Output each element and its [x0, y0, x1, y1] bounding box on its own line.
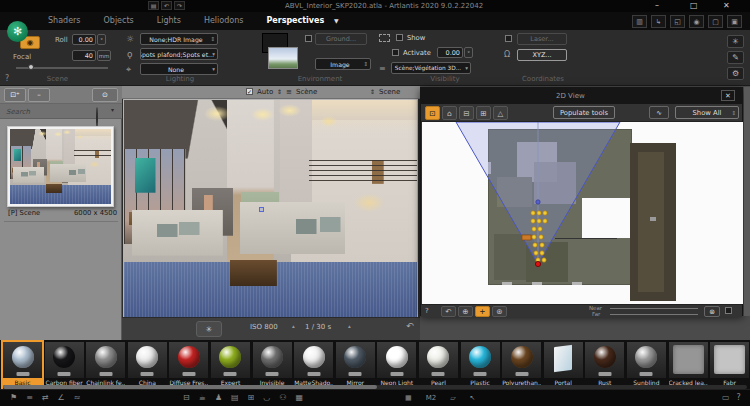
active-camera-name[interactable]: Scene — [379, 88, 400, 96]
ground-button[interactable]: Ground... — [315, 33, 367, 45]
close-button[interactable]: ✕ — [723, 1, 730, 11]
panel-icon[interactable]: ▭ — [722, 392, 730, 404]
drink-icon[interactable]: ☕ — [199, 392, 206, 404]
bowl-icon[interactable]: ◡ — [263, 392, 270, 404]
panel-resize-handle[interactable] — [744, 87, 750, 316]
render-preview[interactable] — [123, 99, 418, 318]
front-view-button[interactable]: ⌂ — [442, 106, 457, 120]
pan-tool-button[interactable]: + — [475, 306, 490, 317]
layer-stepper-icon[interactable]: ⇕ — [277, 88, 282, 95]
menu-item[interactable]: Lights — [157, 16, 181, 25]
undo-icon[interactable]: ↶ — [161, 1, 172, 10]
cursor-icon[interactable]: ↖ — [470, 392, 476, 404]
list-icon[interactable]: ≡ — [26, 392, 33, 404]
shader-item[interactable]: Fabr — [710, 342, 749, 389]
activate-angle-unit[interactable]: ° — [464, 47, 473, 58]
pin-icon[interactable]: ⚑ — [10, 392, 17, 404]
focal-input[interactable]: 40 — [72, 50, 96, 61]
settings-icon[interactable]: ⚙ — [727, 67, 744, 80]
minimize-button[interactable]: – — [655, 1, 659, 11]
layers-dropdown[interactable]: Scène;Végétation 3D... ▾ — [391, 62, 471, 74]
laser-button[interactable]: Laser... — [517, 33, 567, 45]
menu-item[interactable]: Perspectives — [266, 16, 324, 25]
aperture-button[interactable]: ✳ — [196, 321, 222, 337]
shader-item[interactable]: Plastic — [461, 342, 500, 389]
shader-item[interactable]: Cracked lea... — [669, 342, 708, 389]
activate-angle-input[interactable]: 0.00 — [437, 47, 463, 58]
shader-item[interactable]: Basic — [3, 342, 42, 389]
2d-view-close-icon[interactable]: ✕ — [721, 90, 735, 101]
populate-tools-button[interactable]: Populate tools — [553, 106, 615, 119]
iso-value[interactable]: ISO 800 — [250, 323, 278, 331]
laser-checkbox[interactable] — [505, 35, 512, 42]
shader-item[interactable]: Rust — [585, 342, 624, 389]
2d-checkbox[interactable] — [725, 307, 732, 314]
filter-caret-icon[interactable]: ▾ — [111, 106, 114, 113]
2d-view-titlebar[interactable]: 2D View ✕ — [421, 88, 742, 104]
shader-item[interactable]: China — [128, 342, 167, 389]
batch-icon[interactable]: ▣ — [727, 15, 742, 28]
redo-icon[interactable]: ↷ — [174, 1, 185, 10]
gallery-icon[interactable]: ◱ — [670, 15, 685, 28]
flip-icon[interactable]: ⇄ — [42, 392, 49, 404]
help-icon[interactable]: ? — [737, 392, 741, 404]
remove-viewpoint-button[interactable]: – — [28, 88, 50, 102]
viewpoint-name[interactable]: [P] Scene — [8, 209, 40, 217]
shader-item[interactable]: Carbon fiber — [45, 342, 84, 389]
brush-icon[interactable]: ✎ — [727, 51, 744, 64]
shader-item[interactable]: Polyurethan... — [502, 342, 541, 389]
shader-item[interactable]: Sunblind — [627, 342, 666, 389]
add-viewpoint-button[interactable]: ⊡⁺ — [4, 88, 26, 102]
shader-item[interactable]: Expert — [211, 342, 250, 389]
shader-item[interactable]: Pearl — [419, 342, 458, 389]
menu-item[interactable]: Heliodons — [204, 16, 244, 25]
help-button[interactable]: ? — [5, 74, 9, 83]
perspectives-caret-icon[interactable]: ▼ — [334, 17, 339, 24]
save-icon[interactable]: ▤ — [148, 1, 159, 10]
angle-icon[interactable]: ∠ — [58, 392, 65, 404]
filmstrip-icon[interactable]: ▦ — [405, 392, 412, 404]
far-slider[interactable] — [610, 314, 698, 315]
printer-icon[interactable]: ▤ — [231, 392, 239, 404]
left-view-button[interactable]: ⊞ — [476, 106, 491, 120]
media-icon[interactable]: M2 — [426, 392, 437, 404]
top-view-button[interactable]: ⊡ — [425, 106, 440, 120]
activate-checkbox[interactable] — [392, 49, 399, 56]
waves-icon[interactable]: ≈ — [74, 392, 81, 404]
near-slider[interactable] — [610, 308, 698, 309]
2d-help-button[interactable]: ? — [425, 307, 429, 315]
sky-preview-thumbnail[interactable] — [268, 47, 298, 69]
roll-unit[interactable]: ° — [97, 34, 106, 45]
shader-item[interactable]: Neon Light — [377, 342, 416, 389]
car-icon[interactable]: ⊟ — [183, 392, 190, 404]
shutter-stepper-icon[interactable]: ▴ — [348, 323, 351, 329]
building-icon[interactable]: ▦ — [295, 392, 303, 404]
shutter-value[interactable]: 1 / 30 s — [305, 323, 331, 331]
insert-icon[interactable]: ↳ — [651, 15, 666, 28]
shader-item[interactable]: Mirror — [336, 342, 375, 389]
person-icon[interactable]: ♟ — [215, 392, 222, 404]
back-view-button[interactable]: △ — [493, 106, 508, 120]
ground-checkbox[interactable] — [305, 35, 312, 42]
viewpoint-thumbnail[interactable] — [7, 126, 114, 207]
xyz-button[interactable]: XYZ... — [517, 49, 567, 61]
shader-item[interactable]: Diffuse Fres... — [169, 342, 208, 389]
show-all-dropdown[interactable]: Show All ⇕ — [675, 106, 739, 119]
people-icon[interactable]: ⚇ — [279, 392, 286, 404]
projector-dropdown[interactable]: None ▾ — [140, 63, 218, 75]
focal-slider-thumb[interactable] — [28, 64, 34, 70]
plan-canvas[interactable] — [422, 122, 743, 304]
camera-stepper-icon[interactable]: ⇕ — [370, 88, 375, 95]
roll-input[interactable]: 0.00 — [72, 34, 96, 45]
shader-item[interactable]: Invisible — [253, 342, 292, 389]
lamps-dropdown[interactable]: Spots plafond;Spots et... ▾ — [140, 48, 218, 60]
shader-item[interactable]: Portal — [544, 342, 583, 389]
snapshot-icon[interactable]: ◉ — [689, 15, 704, 28]
camera-target-button[interactable]: ⊚ — [704, 306, 720, 317]
show-checkbox[interactable] — [396, 34, 403, 41]
cart-icon[interactable]: ▥ — [632, 15, 647, 28]
visibility-eye-button[interactable]: ⊙ — [92, 88, 118, 102]
menu-item[interactable]: Objects — [104, 16, 134, 25]
crop-icon[interactable]: ▢ — [708, 15, 723, 28]
undo-tool-button[interactable]: ↶ — [441, 306, 456, 317]
